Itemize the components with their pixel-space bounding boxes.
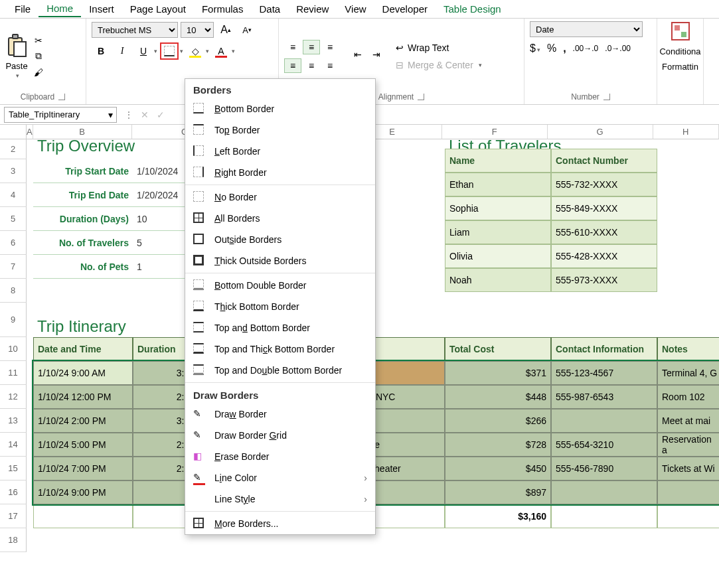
row-7[interactable]: 7 bbox=[0, 255, 27, 279]
currency-icon[interactable]: $▾ bbox=[530, 42, 540, 54]
menu-draw-border[interactable]: ✎Draw Border bbox=[185, 404, 375, 425]
row-8[interactable]: 8 bbox=[0, 279, 27, 303]
number-format-select[interactable]: Date bbox=[530, 21, 643, 37]
row-3[interactable]: 3 bbox=[0, 159, 27, 183]
wrap-text-button[interactable]: ↩Wrap Text bbox=[396, 42, 482, 53]
menu-draw-border-grid[interactable]: ✎Draw Border Grid bbox=[185, 425, 375, 446]
row-15[interactable]: 15 bbox=[0, 457, 27, 480]
menu-thick-outside-borders[interactable]: Thick Outside Borders bbox=[185, 250, 375, 271]
conditional-formatting-icon[interactable] bbox=[671, 21, 690, 41]
menu-left-border[interactable]: Left Border bbox=[185, 141, 375, 162]
row-6[interactable]: 6 bbox=[0, 231, 27, 255]
namebox-expand-icon[interactable]: ⋮ bbox=[121, 110, 137, 120]
increase-decimal-icon[interactable]: .00→.0 bbox=[573, 44, 599, 53]
row-17[interactable]: 17 bbox=[0, 504, 27, 528]
row-5[interactable]: 5 bbox=[0, 207, 27, 231]
menu-thick-bottom-border[interactable]: Thick Bottom Border bbox=[185, 296, 375, 317]
paste-dropdown[interactable]: ▾ bbox=[16, 72, 19, 79]
bold-button[interactable]: B bbox=[92, 42, 110, 60]
col-h[interactable]: H bbox=[653, 125, 719, 139]
row-9[interactable]: 9 bbox=[0, 303, 27, 337]
font-name-select[interactable]: Trebuchet MS bbox=[92, 22, 178, 38]
name-box-dropdown[interactable]: ▾ bbox=[104, 110, 116, 120]
underline-button[interactable]: U bbox=[134, 42, 153, 60]
align-center-icon[interactable]: ≡ bbox=[303, 58, 320, 73]
name-box[interactable]: ▾ bbox=[4, 107, 117, 123]
decrease-decimal-icon[interactable]: .0→.00 bbox=[605, 44, 631, 53]
tab-page-layout[interactable]: Page Layout bbox=[122, 1, 194, 17]
align-right-icon[interactable]: ≡ bbox=[321, 58, 339, 73]
row-16[interactable]: 16 bbox=[0, 480, 27, 504]
menu-right-border[interactable]: Right Border bbox=[185, 162, 375, 183]
tab-insert[interactable]: Insert bbox=[81, 1, 122, 17]
trav-r5-name: Noah bbox=[445, 268, 551, 292]
menu-bottom-border[interactable]: Bottom Border bbox=[185, 98, 375, 119]
tab-data[interactable]: Data bbox=[251, 1, 288, 17]
tab-formulas[interactable]: Formulas bbox=[194, 1, 252, 17]
italic-button[interactable]: I bbox=[113, 42, 131, 60]
tab-view[interactable]: View bbox=[337, 1, 374, 17]
align-middle-icon[interactable]: ≡ bbox=[303, 40, 320, 54]
col-a[interactable]: A bbox=[27, 125, 33, 139]
decrease-font-icon[interactable]: A▾ bbox=[238, 21, 256, 38]
cancel-icon[interactable]: ✕ bbox=[137, 110, 153, 120]
it-r5-contact: 555-456-7890 bbox=[551, 457, 657, 480]
merge-center-button[interactable]: ⊟Merge & Center▾ bbox=[396, 60, 482, 70]
menu-all-borders[interactable]: All Borders bbox=[185, 208, 375, 229]
row-18[interactable]: 18 bbox=[0, 528, 27, 552]
row-4[interactable]: 4 bbox=[0, 183, 27, 207]
align-bottom-icon[interactable]: ≡ bbox=[321, 40, 339, 54]
menu-top-double-bottom-border[interactable]: Top and Double Bottom Border bbox=[185, 360, 375, 381]
svg-rect-2 bbox=[681, 32, 686, 37]
align-left-icon[interactable]: ≡ bbox=[284, 58, 301, 73]
select-all-corner[interactable] bbox=[0, 125, 27, 139]
font-color-button[interactable]: A bbox=[212, 42, 230, 60]
clipboard-label: Clipboard bbox=[21, 92, 54, 102]
number-label: Number bbox=[571, 92, 599, 102]
paste-button[interactable]: Paste ▾ bbox=[5, 33, 28, 79]
row-11[interactable]: 11 bbox=[0, 361, 27, 385]
copy-icon[interactable]: ⧉ bbox=[33, 51, 44, 62]
enter-icon[interactable]: ✓ bbox=[153, 110, 169, 120]
font-color-dropdown[interactable]: ▾ bbox=[232, 48, 235, 54]
number-dialog-launcher[interactable] bbox=[603, 94, 610, 100]
alignment-dialog-launcher[interactable] bbox=[418, 94, 424, 100]
menu-top-bottom-border[interactable]: Top and Bottom Border bbox=[185, 317, 375, 338]
tab-developer[interactable]: Developer bbox=[374, 1, 436, 17]
row-14[interactable]: 14 bbox=[0, 433, 27, 457]
row-12[interactable]: 12 bbox=[0, 385, 27, 409]
font-size-select[interactable]: 10 bbox=[181, 22, 214, 38]
tab-table-design[interactable]: Table Design bbox=[436, 1, 509, 17]
align-top-icon[interactable]: ≡ bbox=[284, 40, 301, 54]
row-13[interactable]: 13 bbox=[0, 409, 27, 433]
percent-icon[interactable]: % bbox=[547, 42, 556, 54]
comma-icon[interactable]: , bbox=[563, 42, 566, 54]
clipboard-dialog-launcher[interactable] bbox=[58, 94, 65, 100]
fill-color-button[interactable]: ◇ bbox=[186, 42, 204, 60]
menu-top-thick-bottom-border[interactable]: Top and Thick Bottom Border bbox=[185, 338, 375, 360]
borders-dropdown[interactable]: ▾ bbox=[180, 48, 183, 54]
tab-home[interactable]: Home bbox=[39, 1, 81, 17]
menu-top-border[interactable]: Top Border bbox=[185, 119, 375, 141]
row-10[interactable]: 10 bbox=[0, 337, 27, 361]
underline-dropdown[interactable]: ▾ bbox=[154, 48, 157, 54]
menu-bottom-double-border[interactable]: Bottom Double Border bbox=[185, 275, 375, 296]
menu-outside-borders[interactable]: Outside Borders bbox=[185, 229, 375, 250]
svg-rect-0 bbox=[672, 23, 689, 40]
name-box-input[interactable] bbox=[5, 110, 104, 119]
increase-indent-icon[interactable]: ⇥ bbox=[368, 47, 385, 62]
menu-line-color[interactable]: ✎Line Color› bbox=[185, 467, 375, 488]
menu-line-style[interactable]: Line Style› bbox=[185, 488, 375, 510]
menu-no-border[interactable]: No Border bbox=[185, 186, 375, 208]
tab-file[interactable]: File bbox=[7, 1, 39, 17]
fill-color-dropdown[interactable]: ▾ bbox=[206, 48, 209, 54]
decrease-indent-icon[interactable]: ⇤ bbox=[349, 47, 366, 62]
menu-erase-border[interactable]: ◧Erase Border bbox=[185, 446, 375, 467]
increase-font-icon[interactable]: A▴ bbox=[216, 21, 235, 38]
cut-icon[interactable]: ✂ bbox=[33, 35, 44, 46]
menu-more-borders[interactable]: More Borders... bbox=[185, 513, 375, 534]
tab-review[interactable]: Review bbox=[288, 1, 337, 17]
borders-button[interactable] bbox=[160, 42, 179, 60]
row-2[interactable]: 2 bbox=[0, 139, 27, 159]
format-painter-icon[interactable]: 🖌 bbox=[33, 67, 44, 78]
